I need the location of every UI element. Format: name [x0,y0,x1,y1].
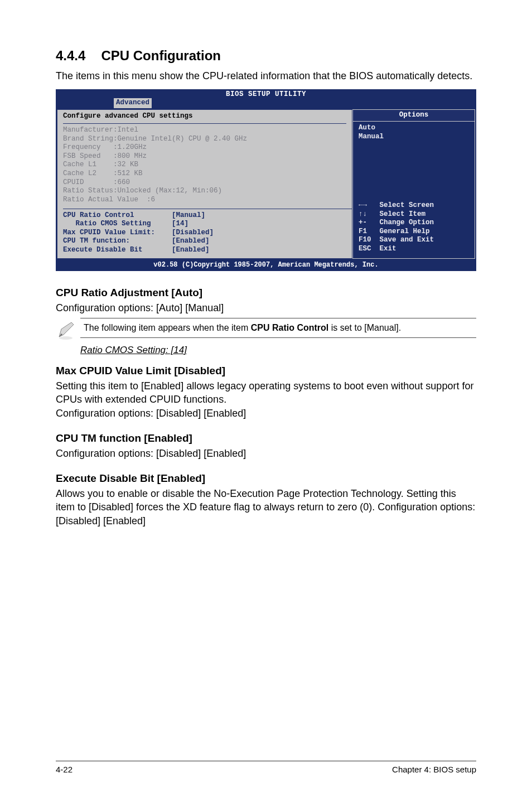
bios-left-header: Configure advanced CPU settings [63,112,346,124]
heading-cpu-ratio-adj: CPU Ratio Adjustment [Auto] [56,287,476,299]
bios-title: BIOS SETUP UTILITY [226,90,306,99]
heading-tm-func: CPU TM function [Enabled] [56,432,476,445]
page-number: 4-22 [56,765,72,774]
bios-right-pane: Options Auto Manual ←→ Select Screen ↑↓ … [352,109,475,258]
text-cpu-ratio-adj: Configuration options: [Auto] [Manual] [56,301,476,315]
link-ratio-cmos-setting[interactable]: Ratio CMOS Setting: [14] [80,345,476,356]
nav-help: ←→ Select Screen ↑↓ Select Item +- Chang… [353,199,475,258]
note-post: is set to [Manual]. [328,323,401,332]
text-max-cpuid: Setting this item to [Enabled] allows le… [56,379,476,420]
heading-exec-disable: Execute Disable Bit [Enabled] [56,472,476,485]
options-header: Options [352,109,475,122]
section-title: CPU Configuration [101,48,221,63]
note-bold: CPU Ratio Control [251,323,329,332]
text-tm-func: Configuration options: [Disabled] [Enabl… [56,447,476,460]
note-pre: The following item appears when the item [84,323,251,332]
bios-divider [63,209,352,209]
heading-max-cpuid: Max CPUID Value Limit [Disabled] [56,365,476,377]
bios-screenshot: BIOS SETUP UTILITY Advanced Configure ad… [56,89,476,270]
bios-tab-advanced[interactable]: Advanced [114,98,152,108]
bios-titlebar: BIOS SETUP UTILITY Advanced [56,89,476,108]
bios-left-pane: Configure advanced CPU settings Manufact… [57,109,352,258]
section-number: 4.4.4 [56,48,85,64]
bios-footer: v02.58 (C)Copyright 1985-2007, American … [56,260,476,271]
svg-point-0 [59,336,72,340]
options-list: Auto Manual [353,122,475,146]
note-pencil-icon [56,318,80,340]
section-heading: 4.4.4CPU Configuration [56,48,476,64]
text-exec-disable: Allows you to enable or disable the No-E… [56,487,476,528]
intro-text: The items in this menu show the CPU-rela… [56,69,476,83]
page-footer: 4-22 Chapter 4: BIOS setup [56,761,476,774]
chapter-label: Chapter 4: BIOS setup [392,765,476,774]
cpu-info-block: Manufacturer:Intel Brand String:Genuine … [63,126,346,205]
note-box: The following item appears when the item… [80,318,476,338]
cpu-settings-block[interactable]: CPU Ratio Control [Manual] Ratio CMOS Se… [63,211,346,255]
